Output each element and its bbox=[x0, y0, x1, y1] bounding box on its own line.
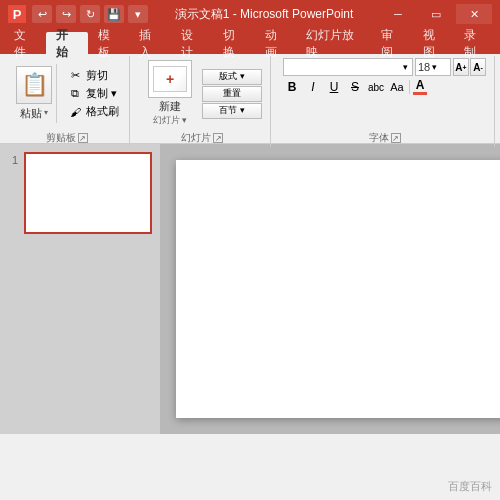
slide-label-text: 幻灯片 bbox=[181, 131, 211, 145]
ribbon-body: 📋 粘贴 ▾ ✂ 剪切 ⧉ 复制 ▾ bbox=[0, 54, 500, 149]
new-slide-label: 新建 bbox=[159, 99, 181, 114]
clipboard-group: 📋 粘贴 ▾ ✂ 剪切 ⧉ 复制 ▾ bbox=[4, 56, 130, 147]
reset-button[interactable]: 重置 bbox=[202, 86, 262, 102]
strikethrough-button[interactable]: S bbox=[346, 78, 364, 96]
clipboard-expand-button[interactable]: ↗ bbox=[78, 133, 88, 143]
ribbon-tab-bar: 文件 开始 模板 插入 设计 切换 动画 幻灯片放映 审阅 视图 录制 bbox=[0, 28, 500, 54]
title-bar-left: P ↩ ↪ ↻ 💾 ▾ bbox=[8, 5, 148, 23]
ribbon: 📋 粘贴 ▾ ✂ 剪切 ⧉ 复制 ▾ bbox=[0, 54, 500, 144]
tab-file[interactable]: 文件 bbox=[4, 32, 46, 54]
minimize-button[interactable]: ─ bbox=[380, 4, 416, 24]
font-color-button[interactable]: A bbox=[413, 79, 427, 95]
copy-label: 复制 ▾ bbox=[86, 86, 117, 101]
layout-row-3: 百节 ▾ bbox=[202, 103, 262, 119]
tab-slideshow[interactable]: 幻灯片放映 bbox=[296, 32, 370, 54]
format-painter-icon: 🖌 bbox=[67, 105, 83, 119]
app-icon: P bbox=[8, 5, 26, 23]
repeat-button[interactable]: ↻ bbox=[80, 5, 100, 23]
slide-group: + 新建 幻灯片 ▾ 版式 ▾ 重置 百节 ▾ bbox=[134, 56, 271, 147]
new-slide-sublabel: 幻灯片 ▾ bbox=[153, 114, 188, 127]
title-bar: P ↩ ↪ ↻ 💾 ▾ 演示文稿1 - Microsoft PowerPoint… bbox=[0, 0, 500, 28]
font-size-decrease-button[interactable]: A- bbox=[470, 58, 486, 76]
font-style-row: B I U S abc Aa A bbox=[283, 78, 427, 96]
layout-button[interactable]: 版式 ▾ bbox=[202, 69, 262, 85]
main-area: 1 bbox=[0, 144, 500, 434]
tab-design[interactable]: 设计 bbox=[171, 32, 213, 54]
format-painter-button[interactable]: 🖌 格式刷 bbox=[65, 103, 121, 120]
tab-home[interactable]: 开始 bbox=[46, 32, 88, 54]
clipboard-content: 📋 粘贴 ▾ ✂ 剪切 ⧉ 复制 ▾ bbox=[12, 58, 121, 129]
layout-row-1: 版式 ▾ bbox=[202, 69, 262, 85]
font-size-arrow: ▾ bbox=[432, 62, 437, 72]
font-selector-row: ▾ 18 ▾ A+ A- bbox=[283, 58, 486, 76]
new-slide-inner: + bbox=[153, 66, 187, 92]
font-color-letter: A bbox=[416, 79, 425, 91]
font-size-selector[interactable]: 18 ▾ bbox=[415, 58, 451, 76]
tab-view[interactable]: 视图 bbox=[413, 32, 455, 54]
tab-animation[interactable]: 动画 bbox=[255, 32, 297, 54]
font-family-value bbox=[288, 61, 291, 73]
tab-template[interactable]: 模板 bbox=[88, 32, 130, 54]
tab-insert[interactable]: 插入 bbox=[129, 32, 171, 54]
undo-button[interactable]: ↩ bbox=[32, 5, 52, 23]
underline-button[interactable]: U bbox=[325, 78, 343, 96]
tab-transition[interactable]: 切换 bbox=[213, 32, 255, 54]
paste-label: 粘贴 bbox=[20, 106, 42, 121]
slide-panel: 1 bbox=[0, 144, 160, 434]
layout-area: 版式 ▾ 重置 百节 ▾ bbox=[202, 67, 262, 121]
slide-expand-button[interactable]: ↗ bbox=[213, 133, 223, 143]
cut-button[interactable]: ✂ 剪切 bbox=[65, 67, 121, 84]
quick-save-button[interactable]: 💾 bbox=[104, 5, 124, 23]
paste-dropdown-arrow[interactable]: ▾ bbox=[44, 108, 48, 117]
bold-button[interactable]: B bbox=[283, 78, 301, 96]
restore-button[interactable]: ▭ bbox=[418, 4, 454, 24]
section-button[interactable]: 百节 ▾ bbox=[202, 103, 262, 119]
font-group: ▾ 18 ▾ A+ A- B I U S abc bbox=[275, 56, 495, 147]
font-expand-button[interactable]: ↗ bbox=[391, 133, 401, 143]
cut-label: 剪切 bbox=[86, 68, 108, 83]
copy-button[interactable]: ⧉ 复制 ▾ bbox=[65, 85, 121, 102]
quick-access-toolbar: ↩ ↪ ↻ 💾 ▾ bbox=[32, 5, 148, 23]
layout-row-2: 重置 bbox=[202, 86, 262, 102]
slide-editor bbox=[160, 144, 500, 434]
font-size-adjust: A+ A- bbox=[453, 58, 486, 76]
new-slide-plus-icon: + bbox=[166, 71, 174, 87]
font-group-content: ▾ 18 ▾ A+ A- B I U S abc bbox=[283, 58, 486, 129]
slide-group-label: 幻灯片 ↗ bbox=[181, 131, 223, 145]
copy-icon: ⧉ bbox=[67, 87, 83, 101]
charspacing-button[interactable]: abc bbox=[367, 78, 385, 96]
slide-number-1: 1 bbox=[6, 154, 18, 166]
clipboard-small-buttons: ✂ 剪切 ⧉ 复制 ▾ 🖌 格式刷 bbox=[65, 67, 121, 120]
new-slide-button[interactable]: + 新建 幻灯片 ▾ bbox=[142, 58, 198, 129]
clipboard-label-text: 剪贴板 bbox=[46, 131, 76, 145]
font-size-value: 18 bbox=[418, 61, 430, 73]
close-button[interactable]: ✕ bbox=[456, 4, 492, 24]
font-divider bbox=[409, 80, 410, 94]
font-color-bar bbox=[413, 92, 427, 95]
slide-item-1: 1 bbox=[6, 152, 154, 234]
italic-button[interactable]: I bbox=[304, 78, 322, 96]
customize-button[interactable]: ▾ bbox=[128, 5, 148, 23]
slide-group-content: + 新建 幻灯片 ▾ 版式 ▾ 重置 百节 ▾ bbox=[142, 58, 262, 129]
tab-record[interactable]: 录制 bbox=[454, 32, 496, 54]
format-painter-label: 格式刷 bbox=[86, 104, 119, 119]
font-family-arrow: ▾ bbox=[403, 62, 408, 72]
new-slide-icon: + bbox=[148, 60, 192, 98]
clipboard-group-label: 剪贴板 ↗ bbox=[46, 131, 88, 145]
cut-icon: ✂ bbox=[67, 69, 83, 83]
slide-thumbnail-1[interactable] bbox=[24, 152, 152, 234]
font-group-label: 字体 ↗ bbox=[369, 131, 401, 145]
watermark: 百度百科 bbox=[448, 479, 492, 494]
paste-button[interactable]: 📋 粘贴 ▾ bbox=[12, 64, 57, 123]
font-family-selector[interactable]: ▾ bbox=[283, 58, 413, 76]
window-controls: ─ ▭ ✕ bbox=[380, 4, 492, 24]
paste-icon: 📋 bbox=[16, 66, 52, 104]
changecase-button[interactable]: Aa bbox=[388, 78, 406, 96]
font-size-increase-button[interactable]: A+ bbox=[453, 58, 469, 76]
redo-button[interactable]: ↪ bbox=[56, 5, 76, 23]
tab-review[interactable]: 审阅 bbox=[371, 32, 413, 54]
slide-canvas[interactable] bbox=[176, 160, 500, 418]
font-label-text: 字体 bbox=[369, 131, 389, 145]
window-title: 演示文稿1 - Microsoft PowerPoint bbox=[148, 6, 380, 23]
